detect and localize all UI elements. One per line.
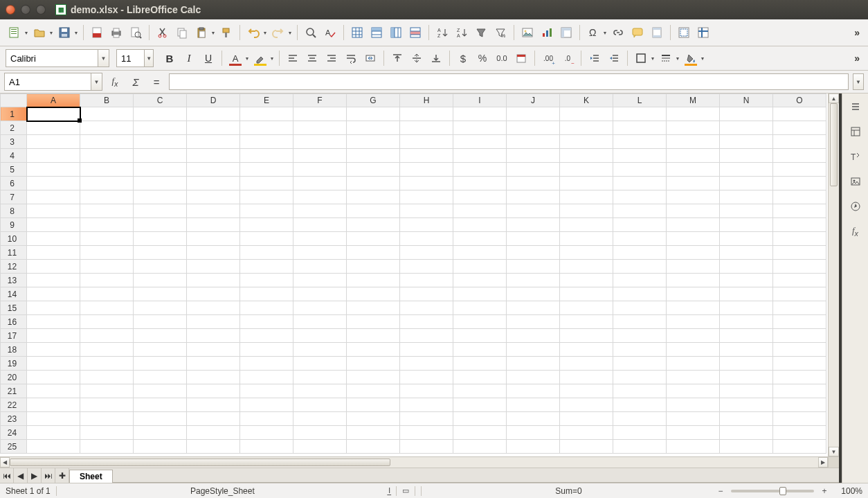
cut-button[interactable] [154,24,172,42]
cell-D3[interactable] [187,135,240,149]
vertical-scrollbar[interactable]: ▲ ▼ [828,94,839,456]
cell-E19[interactable] [240,357,293,371]
cell-A13[interactable] [27,274,80,287]
cell-K4[interactable] [560,149,613,163]
cell-C2[interactable] [134,121,187,135]
cell-E9[interactable] [240,218,293,232]
cell-E16[interactable] [240,315,293,329]
clone-formatting-button[interactable] [217,24,235,42]
cell-M5[interactable] [667,163,720,177]
cell-A19[interactable] [27,357,80,371]
cell-M12[interactable] [667,260,720,274]
cell-G11[interactable] [347,246,400,260]
cell-I13[interactable] [453,274,507,287]
font-name-input[interactable] [6,50,98,66]
function-wizard-button[interactable]: fx [107,73,123,90]
insert-pivot-button[interactable] [557,24,575,42]
cell-I8[interactable] [453,204,507,218]
cell-F15[interactable] [293,301,347,315]
cell-G17[interactable] [347,329,400,343]
scroll-left-button[interactable]: ◀ [0,457,10,468]
zoom-knob[interactable] [779,487,786,495]
wrap-text-button[interactable] [342,49,360,67]
row-header-7[interactable]: 7 [1,190,27,204]
cell-H3[interactable] [400,135,453,149]
cell-C18[interactable] [134,343,187,357]
sidebar-navigator-icon[interactable] [847,197,865,215]
cell-J22[interactable] [507,398,560,412]
cell-D25[interactable] [187,440,240,454]
cell-I18[interactable] [453,343,507,357]
cell-E4[interactable] [240,149,293,163]
col-header-I[interactable]: I [453,94,507,107]
special-char-button[interactable]: Ω [584,24,602,42]
cell-L19[interactable] [613,357,667,371]
cell-H14[interactable] [400,287,453,301]
sidebar-styles-icon[interactable]: T [847,148,865,166]
cell-F11[interactable] [293,246,347,260]
cell-E8[interactable] [240,204,293,218]
highlight-button[interactable] [251,49,269,67]
cell-N9[interactable] [720,218,773,232]
cell-L25[interactable] [613,440,667,454]
cell-B16[interactable] [80,315,134,329]
formula-expand-button[interactable]: ▼ [853,73,864,90]
cell-L14[interactable] [613,287,667,301]
cell-N10[interactable] [720,232,773,246]
cell-A8[interactable] [27,204,80,218]
cell-M11[interactable] [667,246,720,260]
cell-L21[interactable] [613,384,667,398]
cell-L10[interactable] [613,232,667,246]
bold-button[interactable]: B [161,49,179,67]
cell-G2[interactable] [347,121,400,135]
cell-D19[interactable] [187,357,240,371]
cell-I23[interactable] [453,412,507,426]
row-header-17[interactable]: 17 [1,329,27,343]
cell-G23[interactable] [347,412,400,426]
cell-D7[interactable] [187,190,240,204]
cell-J2[interactable] [507,121,560,135]
cell-J1[interactable] [507,107,560,121]
redo-button[interactable] [269,24,287,42]
cell-J13[interactable] [507,274,560,287]
cell-J3[interactable] [507,135,560,149]
cell-J19[interactable] [507,357,560,371]
sheet-tab-active[interactable]: Sheet [69,470,113,483]
cell-I7[interactable] [453,190,507,204]
increase-indent-button[interactable] [586,49,604,67]
cell-C7[interactable] [134,190,187,204]
cell-I10[interactable] [453,232,507,246]
cell-L13[interactable] [613,274,667,287]
cell-D13[interactable] [187,274,240,287]
border-style-dropdown[interactable]: ▼ [675,56,680,61]
cell-A4[interactable] [27,149,80,163]
cell-O3[interactable] [773,135,826,149]
row-col-ops-button[interactable] [348,24,366,42]
cell-A16[interactable] [27,315,80,329]
row-header-11[interactable]: 11 [1,246,27,260]
cell-C19[interactable] [134,357,187,371]
cell-I6[interactable] [453,177,507,190]
cell-D18[interactable] [187,343,240,357]
cell-F5[interactable] [293,163,347,177]
row-header-5[interactable]: 5 [1,163,27,177]
cell-E11[interactable] [240,246,293,260]
cell-B5[interactable] [80,163,134,177]
cell-B1[interactable] [80,107,134,121]
window-close-button[interactable] [6,5,15,15]
col-header-M[interactable]: M [667,94,720,107]
cell-A23[interactable] [27,412,80,426]
sidebar-settings-icon[interactable] [847,98,865,116]
cell-M14[interactable] [667,287,720,301]
cell-D21[interactable] [187,384,240,398]
cell-E6[interactable] [240,177,293,190]
cell-H5[interactable] [400,163,453,177]
sum-button[interactable]: Σ [127,73,144,90]
cell-L7[interactable] [613,190,667,204]
paste-dropdown[interactable]: ▼ [210,30,216,35]
cell-G21[interactable] [347,384,400,398]
cell-F18[interactable] [293,343,347,357]
cell-J14[interactable] [507,287,560,301]
font-size-dropdown[interactable]: ▼ [144,50,153,66]
cell-D1[interactable] [187,107,240,121]
